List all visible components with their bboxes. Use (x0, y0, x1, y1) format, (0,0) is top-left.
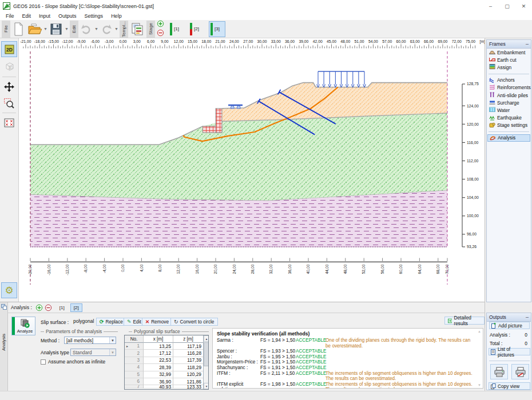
menu-help[interactable]: Help (107, 13, 126, 19)
sidebar-item-reinforcements[interactable]: Reinforcements (487, 84, 530, 91)
cell-value: 120,29 (173, 371, 203, 378)
svg-text:40,00: 40,00 (306, 264, 310, 274)
undo-button[interactable] (79, 21, 94, 38)
toolbar-group-templates[interactable]: Templ... (120, 21, 128, 38)
close-button[interactable]: ✕ (515, 1, 532, 11)
menu-input[interactable]: Input (35, 13, 54, 19)
analysis-vertical-tab[interactable]: Analysis (0, 302, 8, 391)
svg-text:45,00: 45,00 (327, 39, 336, 43)
convert-to-circle-button[interactable]: ↻ Convert to circle (170, 318, 218, 326)
results-scroll-down[interactable]: ▼ (478, 383, 481, 387)
outputs-minimize-button[interactable]: – (526, 316, 529, 319)
maximize-button[interactable]: ▢ (499, 1, 515, 11)
save-button[interactable] (48, 21, 64, 38)
method-dropdown[interactable]: [all methods]▼ (64, 337, 116, 344)
sidebar-item-analysis[interactable]: Analysis (487, 134, 530, 142)
checkbox-box[interactable] (41, 359, 46, 365)
table-row[interactable]: 322,53117,39 (125, 357, 203, 364)
cross-section-canvas[interactable]: -21,00-18,00-15,00-12,00-9,00-6,00-3,000… (19, 38, 485, 302)
edit-icon: ✎ (127, 319, 132, 325)
sidebar-item-anchors[interactable]: Anchors (487, 77, 530, 84)
menu-file[interactable]: File (2, 13, 18, 19)
new-file-button[interactable] (11, 21, 26, 38)
stage-tab-1[interactable]: [1] (169, 21, 185, 37)
remove-stage-button[interactable] (157, 29, 164, 38)
svg-text:9,00: 9,00 (161, 39, 168, 43)
open-dropdown[interactable]: ▼ (43, 27, 48, 31)
templates-button[interactable] (129, 21, 146, 38)
pan-tool-button[interactable] (1, 79, 17, 95)
table-row[interactable]: 532,99120,29 (125, 371, 203, 378)
analyze-button[interactable]: Analyze (11, 317, 35, 335)
table-scrollbar[interactable]: ▲ ▼ (203, 335, 208, 389)
redo-button[interactable] (99, 21, 114, 38)
toolbar-group-stage[interactable]: Stage (146, 21, 155, 38)
table-row[interactable]: 1▸13,25117,19 (125, 343, 203, 350)
sidebar-item-assign[interactable]: Assign (487, 63, 530, 71)
anchors-icon (489, 77, 495, 84)
frames-minimize-button[interactable]: – (526, 43, 529, 46)
outputs-total-count: 0 (525, 341, 527, 346)
redo-dropdown[interactable]: ▼ (114, 27, 119, 31)
svg-text:3,00: 3,00 (133, 39, 141, 43)
menu-settings[interactable]: Settings (81, 13, 108, 19)
analysis-tab-1[interactable]: [1] (56, 303, 68, 312)
menu-edit[interactable]: Edit (18, 13, 35, 19)
list-of-pictures-button[interactable]: List of pictures (489, 348, 530, 355)
outputs-panel-header: Outputs – (487, 313, 531, 322)
assume-anchors-checkbox[interactable]: Assume anchors as infinite (41, 359, 105, 365)
results-scroll-up[interactable]: ▲ (478, 330, 481, 333)
table-group-title: Polygonal slip surface (129, 329, 209, 334)
scroll-down-arrow[interactable]: ▼ (204, 383, 209, 389)
right-panel: Frames – EmbankmentEarth cutAssignAnchor… (485, 38, 532, 391)
table-row[interactable]: 636,90121,86 (125, 378, 203, 385)
undo-dropdown[interactable]: ▼ (94, 27, 99, 31)
open-file-button[interactable] (26, 21, 43, 38)
sidebar-item-embankment[interactable]: Embankment (487, 49, 530, 56)
remove-button[interactable]: ✕ Remove (142, 318, 172, 326)
save-dropdown[interactable]: ▼ (64, 27, 69, 31)
copy-view-button[interactable]: Copy view (489, 382, 530, 390)
fit-view-button[interactable] (1, 115, 17, 131)
svg-text:-20,00: -20,00 (28, 264, 32, 275)
menu-outputs[interactable]: Outputs (54, 13, 81, 19)
table-row[interactable]: 428,39118,29 (125, 364, 203, 371)
slip-surface-label: Slip surface : (41, 319, 69, 325)
print-settings-button[interactable] (511, 364, 529, 379)
stage-tab-3[interactable]: [3] (209, 21, 225, 37)
results-box[interactable]: Slope stability verification (all method… (212, 328, 483, 389)
sidebar-item-water[interactable]: Water (487, 106, 530, 114)
cell-value: 117,19 (173, 343, 203, 350)
sidebar-item-stage-settings[interactable]: Stage settings (487, 122, 530, 129)
table-row[interactable]: 217,12116,28 (125, 350, 203, 357)
zoom-tool-button[interactable] (1, 95, 17, 111)
slip-surface-table[interactable]: No.x [m]z [m]1▸13,25117,19217,12116,2832… (124, 335, 209, 390)
sidebar-item-surcharge[interactable]: Surcharge (487, 99, 530, 106)
result-status: ACCEPTABLE (296, 365, 325, 371)
sidebar-item-earthquake[interactable]: Earthquake (487, 114, 530, 122)
scroll-up-arrow[interactable]: ▲ (204, 335, 209, 342)
sidebar-item-label: Anti-slide piles (497, 93, 528, 98)
add-picture-button[interactable]: Add picture (489, 322, 530, 329)
toolbar-group-edit[interactable]: Edit (70, 21, 78, 38)
sidebar-item-earth-cut[interactable]: Earth cut (487, 56, 530, 63)
stage-tab-2[interactable]: [2] (189, 21, 205, 37)
print-button[interactable] (490, 364, 508, 379)
analysis-type-label: Analysis type : (41, 350, 72, 355)
sidebar-item-anti-slide-piles[interactable]: Anti-slide piles (487, 91, 530, 99)
scroll-thumb[interactable] (204, 342, 209, 366)
minimize-button[interactable]: – (482, 1, 499, 11)
result-row: Janbu :FS = 1,95 > 1,50ACCEPTABLE (217, 354, 482, 360)
view-3d-button[interactable]: 3D (1, 58, 17, 74)
add-stage-button[interactable] (157, 20, 164, 29)
add-analysis-button[interactable] (35, 304, 43, 311)
cell-value: 116,28 (173, 350, 203, 357)
remove-analysis-button[interactable] (45, 304, 52, 311)
analysis-tab-2[interactable]: [2] (70, 303, 82, 312)
replace-button[interactable]: ⟳ Replace (96, 318, 126, 326)
view-2d-button[interactable]: 2D (1, 41, 17, 57)
detailed-results-button[interactable]: Detailed results (444, 317, 485, 325)
svg-text:21,00: 21,00 (216, 39, 225, 43)
toolbar-group-file[interactable]: File (2, 21, 10, 38)
settings-gear-button[interactable]: ⚙ (1, 282, 17, 298)
